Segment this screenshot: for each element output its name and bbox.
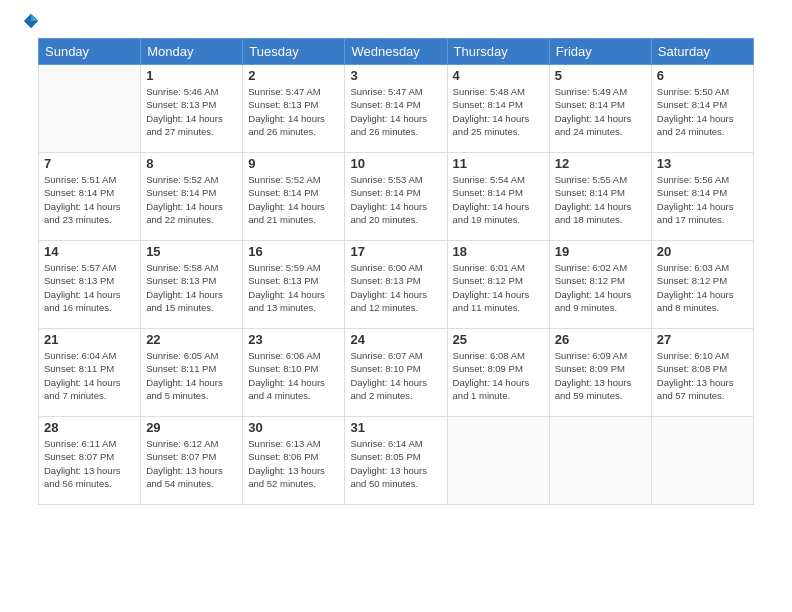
day-info: Sunrise: 6:09 AMSunset: 8:09 PMDaylight:… [555, 349, 646, 402]
day-number: 18 [453, 244, 544, 259]
calendar-cell: 3Sunrise: 5:47 AMSunset: 8:14 PMDaylight… [345, 65, 447, 153]
day-info: Sunrise: 6:04 AMSunset: 8:11 PMDaylight:… [44, 349, 135, 402]
week-row-3: 21Sunrise: 6:04 AMSunset: 8:11 PMDayligh… [39, 329, 754, 417]
day-info: Sunrise: 6:10 AMSunset: 8:08 PMDaylight:… [657, 349, 748, 402]
day-number: 21 [44, 332, 135, 347]
day-info: Sunrise: 6:06 AMSunset: 8:10 PMDaylight:… [248, 349, 339, 402]
day-info: Sunrise: 6:11 AMSunset: 8:07 PMDaylight:… [44, 437, 135, 490]
day-number: 31 [350, 420, 441, 435]
header-thursday: Thursday [447, 39, 549, 65]
day-number: 14 [44, 244, 135, 259]
week-row-2: 14Sunrise: 5:57 AMSunset: 8:13 PMDayligh… [39, 241, 754, 329]
day-info: Sunrise: 6:00 AMSunset: 8:13 PMDaylight:… [350, 261, 441, 314]
calendar-cell: 15Sunrise: 5:58 AMSunset: 8:13 PMDayligh… [141, 241, 243, 329]
calendar-cell: 2Sunrise: 5:47 AMSunset: 8:13 PMDaylight… [243, 65, 345, 153]
day-number: 6 [657, 68, 748, 83]
day-number: 27 [657, 332, 748, 347]
day-number: 15 [146, 244, 237, 259]
calendar-cell: 8Sunrise: 5:52 AMSunset: 8:14 PMDaylight… [141, 153, 243, 241]
day-info: Sunrise: 5:59 AMSunset: 8:13 PMDaylight:… [248, 261, 339, 314]
calendar-cell [39, 65, 141, 153]
day-info: Sunrise: 5:48 AMSunset: 8:14 PMDaylight:… [453, 85, 544, 138]
calendar-cell [651, 417, 753, 505]
day-number: 13 [657, 156, 748, 171]
day-number: 20 [657, 244, 748, 259]
day-info: Sunrise: 5:55 AMSunset: 8:14 PMDaylight:… [555, 173, 646, 226]
day-number: 1 [146, 68, 237, 83]
day-info: Sunrise: 5:57 AMSunset: 8:13 PMDaylight:… [44, 261, 135, 314]
calendar-cell: 27Sunrise: 6:10 AMSunset: 8:08 PMDayligh… [651, 329, 753, 417]
day-number: 26 [555, 332, 646, 347]
day-info: Sunrise: 5:54 AMSunset: 8:14 PMDaylight:… [453, 173, 544, 226]
calendar-cell: 7Sunrise: 5:51 AMSunset: 8:14 PMDaylight… [39, 153, 141, 241]
header-friday: Friday [549, 39, 651, 65]
calendar-cell: 19Sunrise: 6:02 AMSunset: 8:12 PMDayligh… [549, 241, 651, 329]
header-tuesday: Tuesday [243, 39, 345, 65]
day-info: Sunrise: 5:47 AMSunset: 8:14 PMDaylight:… [350, 85, 441, 138]
day-number: 22 [146, 332, 237, 347]
day-number: 28 [44, 420, 135, 435]
day-info: Sunrise: 5:50 AMSunset: 8:14 PMDaylight:… [657, 85, 748, 138]
day-info: Sunrise: 6:08 AMSunset: 8:09 PMDaylight:… [453, 349, 544, 402]
calendar-wrapper: SundayMondayTuesdayWednesdayThursdayFrid… [0, 38, 792, 515]
day-number: 9 [248, 156, 339, 171]
day-number: 5 [555, 68, 646, 83]
day-number: 19 [555, 244, 646, 259]
day-number: 10 [350, 156, 441, 171]
day-info: Sunrise: 6:03 AMSunset: 8:12 PMDaylight:… [657, 261, 748, 314]
calendar-cell: 18Sunrise: 6:01 AMSunset: 8:12 PMDayligh… [447, 241, 549, 329]
day-number: 24 [350, 332, 441, 347]
calendar-cell [447, 417, 549, 505]
day-info: Sunrise: 5:53 AMSunset: 8:14 PMDaylight:… [350, 173, 441, 226]
day-info: Sunrise: 6:07 AMSunset: 8:10 PMDaylight:… [350, 349, 441, 402]
day-number: 17 [350, 244, 441, 259]
header-sunday: Sunday [39, 39, 141, 65]
header-saturday: Saturday [651, 39, 753, 65]
day-number: 7 [44, 156, 135, 171]
day-number: 4 [453, 68, 544, 83]
calendar-cell: 12Sunrise: 5:55 AMSunset: 8:14 PMDayligh… [549, 153, 651, 241]
day-number: 3 [350, 68, 441, 83]
calendar-cell: 20Sunrise: 6:03 AMSunset: 8:12 PMDayligh… [651, 241, 753, 329]
logo-icon [22, 12, 40, 30]
calendar-table: SundayMondayTuesdayWednesdayThursdayFrid… [38, 38, 754, 505]
calendar-cell: 6Sunrise: 5:50 AMSunset: 8:14 PMDaylight… [651, 65, 753, 153]
day-number: 8 [146, 156, 237, 171]
day-number: 16 [248, 244, 339, 259]
header-monday: Monday [141, 39, 243, 65]
calendar-cell: 11Sunrise: 5:54 AMSunset: 8:14 PMDayligh… [447, 153, 549, 241]
calendar-header-row: SundayMondayTuesdayWednesdayThursdayFrid… [39, 39, 754, 65]
calendar-cell: 30Sunrise: 6:13 AMSunset: 8:06 PMDayligh… [243, 417, 345, 505]
week-row-1: 7Sunrise: 5:51 AMSunset: 8:14 PMDaylight… [39, 153, 754, 241]
calendar-cell: 5Sunrise: 5:49 AMSunset: 8:14 PMDaylight… [549, 65, 651, 153]
day-number: 12 [555, 156, 646, 171]
day-info: Sunrise: 6:13 AMSunset: 8:06 PMDaylight:… [248, 437, 339, 490]
day-info: Sunrise: 5:51 AMSunset: 8:14 PMDaylight:… [44, 173, 135, 226]
calendar-cell: 25Sunrise: 6:08 AMSunset: 8:09 PMDayligh… [447, 329, 549, 417]
logo [20, 12, 40, 30]
calendar-cell: 23Sunrise: 6:06 AMSunset: 8:10 PMDayligh… [243, 329, 345, 417]
day-number: 23 [248, 332, 339, 347]
day-info: Sunrise: 5:52 AMSunset: 8:14 PMDaylight:… [146, 173, 237, 226]
day-info: Sunrise: 5:47 AMSunset: 8:13 PMDaylight:… [248, 85, 339, 138]
day-info: Sunrise: 6:05 AMSunset: 8:11 PMDaylight:… [146, 349, 237, 402]
header-wednesday: Wednesday [345, 39, 447, 65]
calendar-cell: 9Sunrise: 5:52 AMSunset: 8:14 PMDaylight… [243, 153, 345, 241]
day-info: Sunrise: 5:58 AMSunset: 8:13 PMDaylight:… [146, 261, 237, 314]
calendar-cell [549, 417, 651, 505]
day-info: Sunrise: 6:14 AMSunset: 8:05 PMDaylight:… [350, 437, 441, 490]
calendar-cell: 16Sunrise: 5:59 AMSunset: 8:13 PMDayligh… [243, 241, 345, 329]
calendar-cell: 13Sunrise: 5:56 AMSunset: 8:14 PMDayligh… [651, 153, 753, 241]
calendar-cell: 26Sunrise: 6:09 AMSunset: 8:09 PMDayligh… [549, 329, 651, 417]
calendar-cell: 29Sunrise: 6:12 AMSunset: 8:07 PMDayligh… [141, 417, 243, 505]
page-header [0, 0, 792, 38]
day-number: 29 [146, 420, 237, 435]
day-info: Sunrise: 5:49 AMSunset: 8:14 PMDaylight:… [555, 85, 646, 138]
calendar-cell: 10Sunrise: 5:53 AMSunset: 8:14 PMDayligh… [345, 153, 447, 241]
calendar-cell: 4Sunrise: 5:48 AMSunset: 8:14 PMDaylight… [447, 65, 549, 153]
calendar-cell: 22Sunrise: 6:05 AMSunset: 8:11 PMDayligh… [141, 329, 243, 417]
day-info: Sunrise: 5:56 AMSunset: 8:14 PMDaylight:… [657, 173, 748, 226]
calendar-cell: 1Sunrise: 5:46 AMSunset: 8:13 PMDaylight… [141, 65, 243, 153]
day-number: 11 [453, 156, 544, 171]
calendar-cell: 21Sunrise: 6:04 AMSunset: 8:11 PMDayligh… [39, 329, 141, 417]
